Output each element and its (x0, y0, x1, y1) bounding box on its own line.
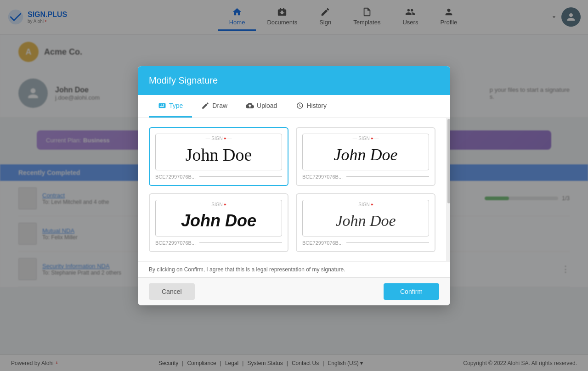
draw-icon (201, 101, 209, 110)
sig-footer-2: BCE72997076B... (155, 240, 282, 246)
scrollbar-thumb (447, 119, 450, 204)
tab-type-label: Type (169, 102, 183, 109)
tab-type[interactable]: Type (149, 95, 192, 118)
sig-footer-0: BCE72997076B... (155, 174, 282, 180)
sig-line-3 (346, 242, 429, 243)
sig-card-1[interactable]: — SIGN+ — John Doe BCE72997076B... (296, 127, 435, 186)
sig-text-2: John Doe (181, 211, 256, 230)
sig-hash-1: BCE72997076B... (302, 174, 343, 180)
modal-legal-text: By clicking on Confirm, I agree that thi… (138, 261, 450, 277)
tab-draw[interactable]: Draw (192, 95, 237, 118)
sig-text-1: John Doe (334, 145, 398, 164)
upload-icon (246, 101, 254, 110)
sig-line-0 (199, 176, 282, 177)
scrollbar[interactable] (447, 118, 450, 261)
sig-text-3: John Doe (335, 212, 396, 230)
modal-title: Modify Signature (149, 75, 218, 85)
tab-upload-label: Upload (257, 102, 277, 109)
sig-badge-1: — SIGN+ — (352, 136, 379, 141)
modal-tabs: Type Draw Upload History (138, 95, 450, 118)
sig-card-3[interactable]: — SIGN+ — John Doe BCE72997076B... (296, 193, 435, 252)
tab-history[interactable]: History (286, 95, 336, 118)
confirm-button[interactable]: Confirm (384, 283, 439, 300)
sig-card-2[interactable]: — SIGN+ — John Doe BCE72997076B... (149, 193, 288, 252)
sig-badge-0: — SIGN+ — (205, 136, 232, 141)
tab-history-label: History (306, 102, 327, 109)
sig-footer-1: BCE72997076B... (302, 174, 429, 180)
sig-card-0[interactable]: — SIGN+ — John Doe BCE72997076B... (149, 127, 288, 186)
modal-footer-actions: Cancel Confirm (138, 277, 450, 305)
modal-overlay: Modify Signature Type Draw Upload Histor… (0, 0, 588, 371)
keyboard-icon (158, 101, 166, 110)
sig-card-inner-2: — SIGN+ — John Doe (155, 200, 282, 236)
history-icon (295, 101, 304, 110)
sig-line-1 (346, 176, 429, 177)
sig-hash-2: BCE72997076B... (155, 240, 196, 246)
tab-upload[interactable]: Upload (237, 95, 286, 118)
modal-body-wrapper: — SIGN+ — John Doe BCE72997076B... — SIG… (138, 118, 450, 261)
modify-signature-modal: Modify Signature Type Draw Upload Histor… (138, 66, 450, 305)
sig-line-2 (199, 242, 282, 243)
sig-hash-3: BCE72997076B... (302, 240, 343, 246)
sig-card-inner-1: — SIGN+ — John Doe (302, 134, 429, 170)
sig-card-inner-3: — SIGN+ — John Doe (302, 200, 429, 236)
modal-body: — SIGN+ — John Doe BCE72997076B... — SIG… (138, 118, 447, 261)
sig-badge-2: — SIGN+ — (205, 202, 232, 207)
sig-badge-3: — SIGN+ — (352, 202, 379, 207)
sig-text-0: John Doe (186, 145, 252, 165)
sig-footer-3: BCE72997076B... (302, 240, 429, 246)
modal-header: Modify Signature (138, 66, 450, 95)
sig-card-inner-0: — SIGN+ — John Doe (155, 134, 282, 170)
cancel-button[interactable]: Cancel (149, 283, 195, 300)
sig-hash-0: BCE72997076B... (155, 174, 196, 180)
tab-draw-label: Draw (212, 102, 227, 109)
